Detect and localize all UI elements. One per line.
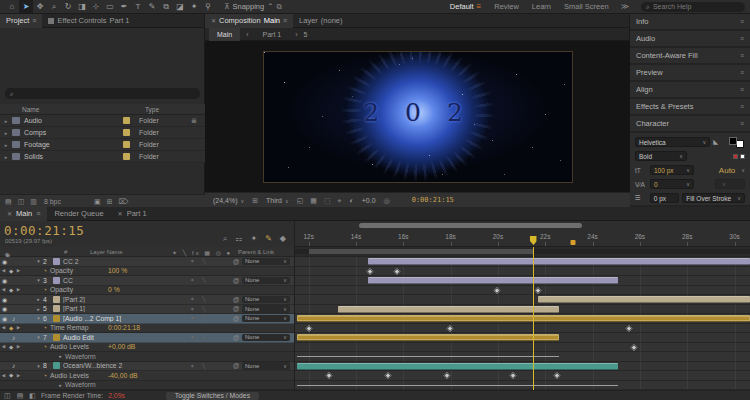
layer-switches[interactable]: ✦ ╲ bbox=[190, 258, 230, 264]
previous-keyframe-icon[interactable]: ◀ bbox=[0, 373, 7, 378]
property-value[interactable]: -40,00 dB bbox=[108, 372, 137, 379]
panel-menu-icon[interactable]: ≡ bbox=[740, 35, 744, 42]
property-row-audio-levels[interactable]: ◀◆▶◔Audio Levels+0,00 dB bbox=[0, 343, 294, 353]
workspace-review[interactable]: Review bbox=[494, 2, 519, 11]
hand-tool-icon[interactable]: ✥ bbox=[33, 0, 47, 13]
expand-layers-icon[interactable]: ◫ bbox=[4, 392, 11, 399]
layer-duration-bar[interactable] bbox=[297, 363, 618, 370]
stopwatch-icon[interactable]: ◔ bbox=[40, 343, 50, 350]
waveform-row[interactable]: ▸Waveform bbox=[0, 352, 294, 362]
home-icon[interactable]: ⌂ bbox=[5, 0, 19, 13]
bit-depth-indicator[interactable]: 8 bpc bbox=[44, 198, 61, 205]
layer-row-5[interactable]: ◉▸5[Part 1]✦ ╲@None∨ bbox=[0, 305, 294, 315]
column-parent-link[interactable]: Parent & Link bbox=[238, 249, 274, 255]
transparency-grid-icon[interactable]: ▦ bbox=[310, 197, 317, 204]
stopwatch-icon[interactable]: ◔ bbox=[40, 267, 50, 274]
previous-keyframe-icon[interactable]: ◀ bbox=[0, 325, 7, 330]
layer-duration-bar[interactable] bbox=[368, 277, 618, 284]
zoom-level-dropdown[interactable]: (24,4%)∨ bbox=[213, 197, 244, 204]
parent-pickwhip-icon[interactable]: @ bbox=[230, 296, 242, 303]
viewer-page-badge[interactable]: 5 bbox=[304, 31, 308, 38]
panel-menu-icon[interactable]: ≡ bbox=[740, 69, 744, 76]
layer-switches[interactable]: ✦ ╲ bbox=[190, 363, 230, 369]
snapping-layers-icon[interactable]: ⧉ bbox=[277, 3, 282, 11]
keyframe-toggle-icon[interactable]: ◆ bbox=[7, 287, 15, 293]
next-comp-icon[interactable]: › bbox=[295, 31, 297, 38]
label-color-chip[interactable] bbox=[123, 153, 130, 160]
previous-comp-icon[interactable]: ‹ bbox=[246, 31, 248, 38]
twirl-icon[interactable]: ▾ bbox=[34, 277, 43, 283]
panel-menu-icon[interactable]: ≡ bbox=[740, 120, 744, 127]
parent-pickwhip-icon[interactable]: @ bbox=[230, 315, 242, 322]
roto-brush-tool-icon[interactable]: ✦ bbox=[187, 0, 201, 13]
panel-menu-icon[interactable]: ≡ bbox=[740, 86, 744, 93]
previous-keyframe-icon[interactable]: ◀ bbox=[0, 287, 7, 292]
parent-pickwhip-icon[interactable]: @ bbox=[230, 305, 242, 312]
parent-link-dropdown[interactable]: None∨ bbox=[242, 296, 290, 304]
panel-info[interactable]: Info≡ bbox=[630, 14, 750, 29]
eyedropper-icon[interactable]: ◣ bbox=[713, 138, 725, 146]
auto-keyframe-icon[interactable]: ✎ bbox=[265, 234, 272, 244]
keyframe-toggle-icon[interactable]: ◆ bbox=[7, 344, 15, 350]
parent-link-dropdown[interactable]: None∨ bbox=[242, 315, 290, 323]
workspace-learn[interactable]: Learn bbox=[532, 2, 551, 11]
parent-link-dropdown[interactable]: None∨ bbox=[242, 277, 290, 285]
panel-menu-icon[interactable]: ≡ bbox=[740, 52, 744, 59]
keyframe-diamond[interactable] bbox=[494, 287, 500, 293]
style-chip-red[interactable] bbox=[733, 154, 738, 159]
close-icon[interactable]: ✕ bbox=[118, 210, 123, 217]
visibility-eye-icon[interactable]: ◉ bbox=[0, 305, 9, 312]
exposure-value[interactable]: +0.0 bbox=[362, 197, 376, 204]
twirl-icon[interactable]: ▸ bbox=[56, 353, 65, 359]
pen-tool-icon[interactable]: ✒ bbox=[117, 0, 131, 13]
previous-keyframe-icon[interactable]: ◀ bbox=[0, 344, 7, 349]
twirl-icon[interactable]: ▸ bbox=[56, 382, 65, 388]
font-size-select[interactable]: 100 px ∨ bbox=[650, 165, 694, 175]
keyframe-toggle-icon[interactable]: ◆ bbox=[7, 372, 15, 378]
shape-tool-icon[interactable]: ▭ bbox=[103, 0, 117, 13]
layer-row-8[interactable]: ♪▾8Ocean/W...bience 2✦ ╲@None∨ bbox=[0, 362, 294, 372]
stopwatch-icon[interactable]: ◔ bbox=[40, 372, 50, 379]
keyframe-diamond[interactable] bbox=[305, 325, 311, 331]
parent-link-dropdown[interactable]: None∨ bbox=[242, 258, 290, 266]
keyframe-diamond[interactable] bbox=[631, 344, 637, 350]
property-row-time-remap[interactable]: ◀◆▶◔Time Remap0:00:21:18 bbox=[0, 324, 294, 334]
next-keyframe-icon[interactable]: ▶ bbox=[15, 325, 22, 330]
keyframe-diamond[interactable] bbox=[326, 372, 332, 378]
column-layer-name[interactable]: Layer Name bbox=[90, 249, 123, 255]
parent-pickwhip-icon[interactable]: @ bbox=[230, 334, 242, 341]
font-family-select[interactable]: Helvetica ∨ bbox=[635, 137, 710, 147]
work-area-bar[interactable] bbox=[295, 247, 750, 257]
audio-speaker-icon[interactable]: ♪ bbox=[9, 315, 18, 322]
layer-duration-bar[interactable] bbox=[538, 296, 750, 303]
orbit-camera-tool-icon[interactable]: ↻ bbox=[61, 0, 75, 13]
workspace-default[interactable]: Default≡ bbox=[450, 2, 481, 11]
workspace-small-screen[interactable]: Small Screen bbox=[564, 2, 609, 11]
project-item-audio[interactable]: ▸AudioFolder≣ bbox=[0, 115, 205, 127]
grid-options-icon[interactable]: ⊞ bbox=[252, 197, 258, 204]
property-row-audio-levels[interactable]: ◀◆▶◔Audio Levels-40,00 dB bbox=[0, 371, 294, 381]
timeline-tab-render-queue[interactable]: Render Queue bbox=[47, 207, 110, 221]
selection-tool-icon[interactable]: ➤ bbox=[19, 0, 33, 13]
property-value[interactable]: 100 % bbox=[108, 267, 127, 274]
font-style-select[interactable]: Bold ∨ bbox=[635, 151, 687, 161]
delete-icon[interactable]: ⌦ bbox=[119, 198, 129, 205]
stopwatch-icon[interactable]: ◔ bbox=[40, 286, 50, 293]
twirl-icon[interactable]: ▸ bbox=[0, 142, 12, 148]
close-icon[interactable]: ✕ bbox=[211, 17, 216, 24]
layer-color-chip[interactable] bbox=[53, 296, 60, 303]
interpret-footage-icon[interactable]: ▥ bbox=[30, 198, 37, 205]
parent-pickwhip-icon[interactable]: @ bbox=[230, 362, 242, 369]
keyframe-diamond[interactable] bbox=[444, 372, 450, 378]
project-item-comps[interactable]: ▸CompsFolder bbox=[0, 127, 205, 139]
waveform-row[interactable]: ▸Waveform bbox=[0, 381, 294, 391]
property-value[interactable]: +0,00 dB bbox=[108, 343, 135, 350]
work-area-segment[interactable] bbox=[309, 249, 534, 254]
layer-color-chip[interactable] bbox=[53, 334, 60, 341]
stroke-style-select[interactable]: Fill Over Stroke ∨ bbox=[682, 193, 745, 203]
layer-switches[interactable]: ✦ ╲ bbox=[190, 277, 230, 283]
panel-menu-icon[interactable]: ≡ bbox=[740, 18, 744, 25]
graph-editor-icon[interactable]: ◆ bbox=[280, 234, 286, 244]
new-folder-icon[interactable]: ▣ bbox=[94, 198, 101, 205]
layer-duration-bar[interactable] bbox=[368, 258, 750, 265]
